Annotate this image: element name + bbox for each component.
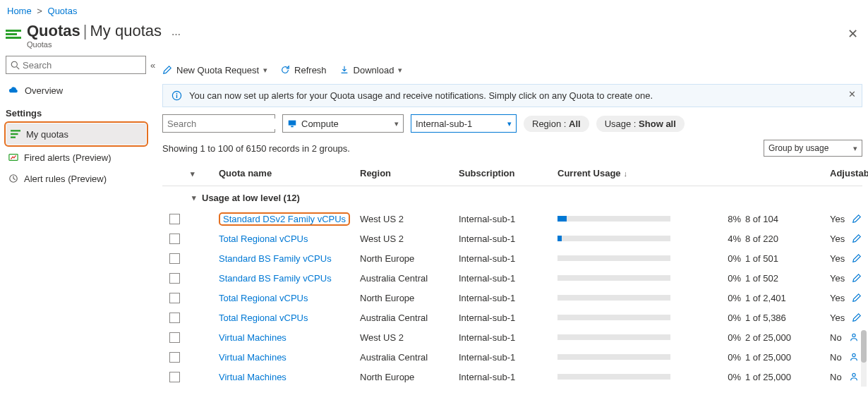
row-checkbox[interactable] bbox=[169, 332, 180, 343]
usage-bar bbox=[557, 236, 670, 241]
banner-close[interactable]: ✕ bbox=[848, 89, 856, 99]
quota-name-link[interactable]: Total Regional vCPUs bbox=[219, 293, 308, 303]
page-subtitle: Quotas bbox=[27, 40, 162, 49]
cell-subscription: Internal-sub-1 bbox=[459, 253, 557, 264]
pill-label: Usage : bbox=[605, 119, 637, 129]
quota-name-link[interactable]: Standard DSv2 Family vCPUs bbox=[223, 214, 346, 224]
group-by-dropdown[interactable]: Group by usage ▾ bbox=[764, 140, 862, 157]
svg-point-16 bbox=[852, 373, 855, 376]
cell-percent: 0% bbox=[692, 293, 745, 303]
pencil-icon[interactable] bbox=[852, 293, 862, 303]
sort-indicator: ↓ bbox=[624, 169, 628, 178]
vertical-scrollbar[interactable] bbox=[861, 330, 867, 387]
col-region[interactable]: Region bbox=[360, 168, 459, 178]
col-current-usage[interactable]: Current Usage↓ bbox=[557, 168, 692, 178]
pencil-icon[interactable] bbox=[852, 214, 862, 224]
filter-search[interactable] bbox=[162, 114, 275, 133]
refresh-button[interactable]: Refresh bbox=[280, 65, 327, 75]
pencil-icon[interactable] bbox=[852, 253, 862, 263]
breadcrumb-quotas[interactable]: Quotas bbox=[48, 6, 78, 16]
sidebar-search-input[interactable] bbox=[23, 60, 141, 71]
row-checkbox[interactable] bbox=[169, 372, 180, 382]
person-icon[interactable] bbox=[849, 352, 859, 362]
sidebar-search[interactable] bbox=[6, 56, 146, 74]
svg-rect-12 bbox=[289, 121, 296, 126]
row-checkbox[interactable] bbox=[169, 214, 180, 224]
pill-label: Region : bbox=[532, 119, 566, 129]
row-checkbox[interactable] bbox=[169, 273, 180, 284]
cell-subscription: Internal-sub-1 bbox=[459, 332, 557, 343]
more-actions[interactable]: ⋯ bbox=[171, 29, 181, 40]
pencil-icon[interactable] bbox=[852, 273, 862, 283]
filter-row: Compute ▾ Internal-sub-1 ▾ Region : All … bbox=[162, 114, 862, 133]
table-row: Total Regional vCPUs North Europe Intern… bbox=[162, 288, 862, 308]
quota-name-link[interactable]: Total Regional vCPUs bbox=[219, 313, 308, 323]
person-icon[interactable] bbox=[849, 332, 859, 342]
col-quota-name[interactable]: Quota name bbox=[219, 168, 360, 178]
cell-subscription: Internal-sub-1 bbox=[459, 352, 557, 363]
sidebar: « Overview Settings My quotas Fired aler… bbox=[0, 56, 152, 387]
row-checkbox[interactable] bbox=[169, 313, 180, 323]
table-row: Total Regional vCPUs West US 2 Internal-… bbox=[162, 229, 862, 248]
row-checkbox[interactable] bbox=[169, 253, 180, 264]
col-subscription[interactable]: Subscription bbox=[459, 168, 557, 178]
pencil-icon[interactable] bbox=[852, 313, 862, 322]
quota-grid: ▾ Quota name Region Subscription Current… bbox=[162, 161, 862, 387]
filter-usage-pill[interactable]: Usage : Show all bbox=[596, 116, 685, 132]
quota-name-link[interactable]: Standard BS Family vCPUs bbox=[219, 253, 332, 264]
filter-subscription[interactable]: Internal-sub-1 ▾ bbox=[411, 114, 517, 133]
pencil-icon[interactable] bbox=[852, 234, 862, 243]
cell-adjustable: Yes bbox=[830, 313, 845, 323]
cell-usage: 1 of 25,000 bbox=[745, 372, 830, 382]
sidebar-item-fired-alerts[interactable]: Fired alerts (Preview) bbox=[4, 147, 152, 168]
sidebar-item-alert-rules[interactable]: Alert rules (Preview) bbox=[4, 168, 152, 189]
cell-region: Australia Central bbox=[360, 352, 459, 363]
download-button[interactable]: Download ▾ bbox=[339, 65, 403, 75]
sidebar-section-settings: Settings bbox=[4, 101, 152, 121]
svg-rect-13 bbox=[291, 126, 294, 128]
quota-name-link[interactable]: Virtual Machines bbox=[219, 352, 287, 363]
new-quota-request-button[interactable]: New Quota Request ▾ bbox=[162, 65, 267, 75]
filter-region-pill[interactable]: Region : All bbox=[524, 116, 589, 132]
records-summary-row: Showing 1 to 100 of 6150 records in 2 gr… bbox=[162, 140, 862, 157]
sidebar-item-label: Overview bbox=[25, 85, 63, 96]
sidebar-item-label: Fired alerts (Preview) bbox=[24, 152, 111, 163]
filter-provider[interactable]: Compute ▾ bbox=[282, 114, 404, 133]
usage-bar bbox=[557, 315, 670, 320]
highlight-quota-name: Standard DSv2 Family vCPUs bbox=[219, 212, 350, 226]
sidebar-item-my-quotas[interactable]: My quotas bbox=[6, 123, 146, 145]
row-checkbox[interactable] bbox=[169, 352, 180, 363]
row-checkbox[interactable] bbox=[169, 234, 180, 244]
quota-name-link[interactable]: Standard BS Family vCPUs bbox=[219, 273, 332, 284]
quota-name-link[interactable]: Virtual Machines bbox=[219, 372, 287, 382]
quota-icon bbox=[6, 26, 21, 42]
group-by-label: Group by usage bbox=[768, 143, 828, 153]
scrollbar-thumb[interactable] bbox=[861, 330, 867, 363]
chevron-down-icon[interactable]: ▾ bbox=[191, 169, 195, 178]
filter-search-input[interactable] bbox=[167, 119, 286, 129]
row-checkbox[interactable] bbox=[169, 293, 180, 303]
breadcrumb-home[interactable]: Home bbox=[7, 6, 32, 16]
sidebar-item-overview[interactable]: Overview bbox=[4, 80, 152, 101]
usage-bar bbox=[557, 275, 670, 281]
pill-value: All bbox=[569, 119, 581, 129]
table-row: Virtual Machines Australia Central Inter… bbox=[162, 347, 862, 367]
cell-percent: 0% bbox=[692, 352, 745, 363]
group-header-label: Usage at low level (12) bbox=[202, 193, 300, 203]
group-header-row[interactable]: ▾ Usage at low level (12) bbox=[162, 186, 862, 209]
quota-name-link[interactable]: Virtual Machines bbox=[219, 332, 287, 343]
usage-bar bbox=[557, 354, 670, 360]
cell-adjustable: Yes bbox=[830, 273, 845, 284]
cell-percent: 0% bbox=[692, 313, 745, 323]
person-icon[interactable] bbox=[849, 372, 859, 382]
col-adjustable[interactable]: Adjustable bbox=[830, 168, 868, 178]
quota-name-link[interactable]: Total Regional vCPUs bbox=[219, 234, 308, 244]
cell-subscription: Internal-sub-1 bbox=[459, 214, 557, 224]
chevron-down-icon: ▾ bbox=[263, 66, 267, 75]
toolbar-label: Refresh bbox=[294, 65, 327, 75]
cell-percent: 0% bbox=[692, 273, 745, 284]
svg-rect-4 bbox=[11, 137, 16, 138]
close-blade[interactable]: ✕ bbox=[848, 26, 858, 42]
toolbar-label: Download bbox=[354, 65, 394, 75]
quota-small-icon bbox=[11, 129, 20, 139]
